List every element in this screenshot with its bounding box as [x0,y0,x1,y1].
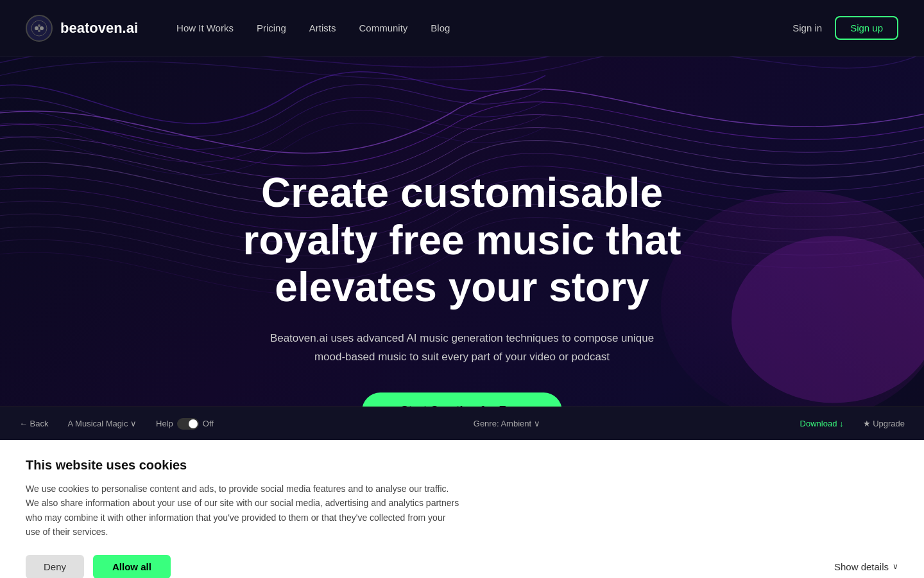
allow-all-button[interactable]: Allow all [93,555,171,578]
back-button[interactable]: ← Back [19,419,49,428]
hero-title: Create customisable royalty free music t… [212,170,712,311]
cookie-text: We use cookies to personalise content an… [26,482,462,539]
nav-actions: Sign in Sign up [792,16,898,40]
hero-content: Create customisable royalty free music t… [212,170,712,429]
navbar: beatoven.ai How It Works Pricing Artists… [0,0,924,57]
track-name: A Musical Magic ∨ [68,419,137,428]
help-toggle[interactable]: Help Off [156,418,214,430]
svg-point-4 [40,26,44,30]
upgrade-button[interactable]: ★ Upgrade [863,419,905,428]
download-button[interactable]: Download ↓ [800,419,844,428]
chevron-down-icon: ∨ [893,562,898,571]
nav-pricing[interactable]: Pricing [257,22,286,33]
svg-point-6 [38,30,40,32]
logo-icon [26,15,53,42]
toggle-switch[interactable] [177,418,199,430]
nav-links: How It Works Pricing Artists Community B… [176,22,450,33]
svg-point-5 [38,24,40,27]
logo-text: beatoven.ai [60,20,138,37]
nav-blog[interactable]: Blog [431,22,450,33]
cookie-banner: This website uses cookies We use cookies… [0,440,924,578]
cookie-actions: Deny Allow all Show details ∨ [26,555,898,578]
svg-point-3 [35,26,38,30]
hero-subtitle: Beatoven.ai uses advanced AI music gener… [270,329,654,367]
deny-button[interactable]: Deny [26,555,84,578]
sign-up-button[interactable]: Sign up [835,16,898,40]
genre-selector[interactable]: Genre: Ambient ∨ [474,419,540,428]
nav-community[interactable]: Community [359,22,407,33]
toggle-knob [189,419,198,428]
nav-artists[interactable]: Artists [309,22,336,33]
show-details-button[interactable]: Show details ∨ [834,561,898,572]
cookie-title: This website uses cookies [26,458,898,473]
sign-in-button[interactable]: Sign in [792,22,822,33]
bottom-toolbar: ← Back A Musical Magic ∨ Help Off Genre:… [0,407,924,440]
svg-point-2 [31,21,47,36]
nav-how-it-works[interactable]: How It Works [176,22,234,33]
logo[interactable]: beatoven.ai [26,15,138,42]
